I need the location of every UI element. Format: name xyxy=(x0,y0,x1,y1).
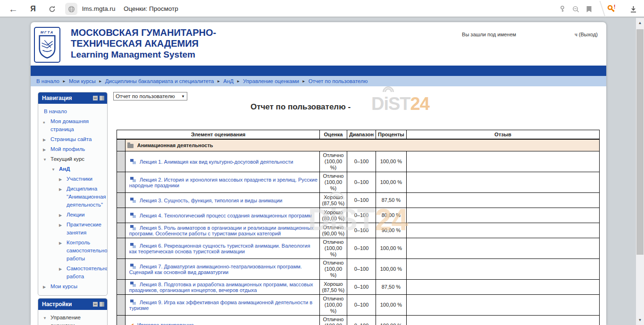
grade-item-link[interactable]: Лекция 6. Рекреационная сущность туристс… xyxy=(129,243,310,254)
feedback-cell xyxy=(406,295,599,316)
sidebar-nav-label[interactable]: Мой профиль xyxy=(50,146,85,152)
grade-percent-paren: (100,00 %) xyxy=(322,302,345,314)
password-alert-icon[interactable]: ! xyxy=(606,3,617,15)
scrollbar-thumb[interactable] xyxy=(636,29,644,255)
bookmark-icon[interactable] xyxy=(583,3,594,15)
table-header-row: Элемент оценивания Оценка Диапазон Проце… xyxy=(117,130,600,140)
expand-icon[interactable]: ▶ xyxy=(43,136,46,144)
breadcrumb-link[interactable]: Дисциплины бакалавриата и специалитета xyxy=(105,78,214,84)
sidebar-nav-label[interactable]: АнД xyxy=(59,166,70,172)
grade-item-link[interactable]: Лекция 2. История и хронология массовых … xyxy=(129,177,318,188)
expand-icon[interactable]: ▶ xyxy=(59,211,62,219)
grade-item-link[interactable]: Лекция 9. Игра как эффективная форма ани… xyxy=(129,300,312,311)
sidebar-nav-label[interactable]: Участники xyxy=(67,176,92,182)
quiz-check-icon: ✔ xyxy=(129,322,134,325)
table-row: ✔Лекция 7. Драматургия анимационно-театр… xyxy=(117,259,600,280)
page-title: Отчет по пользователю - xyxy=(216,102,385,112)
grade-item-link[interactable]: Лекция 1. Анимация как вид культурно-дос… xyxy=(140,159,293,165)
grade-item-link[interactable]: Лекция 4. Технологический процесс создан… xyxy=(140,213,312,218)
sidebar-nav-label[interactable]: Дисциплина "Анимационная деятельность" xyxy=(67,186,106,208)
grade-cell: Отлично (100,00 %) xyxy=(319,295,347,316)
sidebar-nav-item[interactable]: ▼ АнД xyxy=(40,164,105,174)
breadcrumb-segment: Управление оценками ► xyxy=(243,78,309,84)
yandex-icon[interactable]: Я xyxy=(27,3,39,15)
zoom-icon[interactable] xyxy=(570,3,581,15)
expand-icon[interactable]: ■ xyxy=(43,118,45,126)
password-key-icon[interactable] xyxy=(557,3,568,15)
settings-block-title: Настройки xyxy=(42,301,72,308)
block-minimize-icon[interactable] xyxy=(93,302,98,307)
sidebar-nav-item[interactable]: ▶ Мои курсы xyxy=(40,282,105,292)
breadcrumb-link[interactable]: В начало xyxy=(36,78,59,84)
sidebar-nav-label[interactable]: Текущий курс xyxy=(50,156,84,162)
sidebar-nav-label[interactable]: Практические занятия xyxy=(67,222,101,235)
range-cell: 0–100 xyxy=(347,238,376,259)
sidebar-nav-item[interactable]: ■ Моя домашняя страница xyxy=(40,117,105,134)
grade-item-link[interactable]: Лекция 3. Сущность, функция, типология и… xyxy=(140,198,283,203)
grade-cell: Отлично (100,00 %) xyxy=(319,259,347,280)
sidebar-nav-item[interactable]: ▶ Дисциплина "Анимационная деятельность" xyxy=(40,184,105,210)
sidebar-nav-item[interactable]: ▶ Контроль самостоятельной работы xyxy=(40,238,105,264)
grade-cell: Отлично (100,00 %) xyxy=(319,316,347,325)
sidebar-nav-item[interactable]: ▶ Практические занятия xyxy=(40,220,105,238)
breadcrumb-link[interactable]: Отчет по пользователю xyxy=(309,78,368,84)
scroll-down-icon[interactable]: ▼ xyxy=(636,316,644,324)
block-minimize-icon[interactable] xyxy=(93,96,98,100)
sidebar-nav-label[interactable]: Самостоятельная работа xyxy=(67,266,108,279)
expand-icon[interactable]: ▼ xyxy=(51,166,55,174)
range-cell: 0–100 xyxy=(347,208,376,223)
breadcrumb-link[interactable]: Управление оценками xyxy=(243,78,299,84)
feedback-cell xyxy=(406,151,599,172)
sidebar-nav-label[interactable]: Моя домашняя страница xyxy=(50,118,89,132)
sidebar-nav-label[interactable]: Мои курсы xyxy=(50,283,77,289)
table-row: ✔Лекция 4. Технологический процесс созда… xyxy=(117,208,600,223)
sidebar-nav-label[interactable]: Страницы сайта xyxy=(50,136,92,142)
grade-word: Хорошо xyxy=(322,209,345,216)
grade-item-link[interactable]: Итоговое тестирование xyxy=(137,322,194,325)
expand-icon[interactable]: ▶ xyxy=(59,265,62,273)
download-icon[interactable] xyxy=(627,3,639,15)
vertical-scrollbar[interactable]: ▲ ▼ xyxy=(636,18,644,325)
grade-item-link[interactable]: Лекция 7. Драматургия анимационно-театра… xyxy=(129,264,302,275)
grade-item-link[interactable]: Лекция 5. Роль аниматоров в организации … xyxy=(129,225,314,236)
sidebar-nav-label[interactable]: В начало xyxy=(44,108,67,114)
scroll-up-icon[interactable]: ▲ xyxy=(636,19,644,27)
expand-icon[interactable]: ▶ xyxy=(43,283,46,291)
sidebar-nav-label[interactable]: Контроль самостоятельной работы xyxy=(67,240,108,261)
sidebar-nav-item[interactable]: ▶ Самостоятельная работа xyxy=(40,264,105,282)
expand-icon[interactable]: ▼ xyxy=(43,156,47,164)
expand-icon[interactable]: ▶ xyxy=(59,239,62,247)
expand-icon[interactable]: ▶ xyxy=(43,146,46,154)
sidebar-nav-label[interactable]: Лекции xyxy=(67,212,84,217)
grade-rows: ✔Лекция 1. Анимация как вид культурно-до… xyxy=(117,151,600,325)
block-dock-icon[interactable] xyxy=(100,96,104,100)
sidebar-nav-item[interactable]: ▶ Лекции xyxy=(40,210,105,220)
sidebar-nav-item[interactable]: В начало xyxy=(40,107,105,117)
indent-cell xyxy=(117,208,125,223)
expand-icon[interactable]: ▶ xyxy=(59,175,62,183)
logout-link[interactable]: ч (Выход) xyxy=(575,32,598,37)
sidebar-settings-label[interactable]: Управление оценками xyxy=(50,315,81,325)
breadcrumb-link[interactable]: АнД xyxy=(223,78,234,84)
address-bar-url[interactable]: lms.mgta.ru xyxy=(82,5,116,12)
refresh-icon[interactable] xyxy=(46,3,58,15)
sidebar-settings-item[interactable]: ▼ Управление оценками xyxy=(40,313,105,325)
percent-cell: 80,00 % xyxy=(376,208,407,223)
grade-item-link[interactable]: Лекция 8. Подготовка и разработка анимац… xyxy=(129,282,313,293)
breadcrumb-link[interactable]: Мои курсы xyxy=(69,78,96,84)
expand-icon[interactable]: ▶ xyxy=(59,221,62,229)
mgta-logo[interactable]: МГТА xyxy=(34,27,60,63)
percent-cell: 87,50 % xyxy=(376,193,407,208)
block-dock-icon[interactable] xyxy=(100,302,104,307)
report-type-select[interactable]: Отчет по пользователю ▼ xyxy=(113,92,187,100)
sidebar-nav-item[interactable]: ▶ Мой профиль xyxy=(40,144,105,154)
lesson-icon xyxy=(130,225,134,228)
expand-icon[interactable]: ▶ xyxy=(59,185,62,193)
sidebar-nav-item[interactable]: ▼ Текущий курс xyxy=(40,154,105,164)
grade-item-cell: ✔Лекция 1. Анимация как вид культурно-до… xyxy=(125,151,319,172)
sidebar-nav-item[interactable]: ▶ Участники xyxy=(40,174,105,184)
sidebar-nav-item[interactable]: ▶ Страницы сайта xyxy=(40,134,105,144)
expand-icon[interactable]: ▼ xyxy=(43,314,47,322)
grade-item-cell: ✔Лекция 4. Технологический процесс созда… xyxy=(125,208,319,223)
back-icon[interactable]: ← xyxy=(8,3,19,15)
